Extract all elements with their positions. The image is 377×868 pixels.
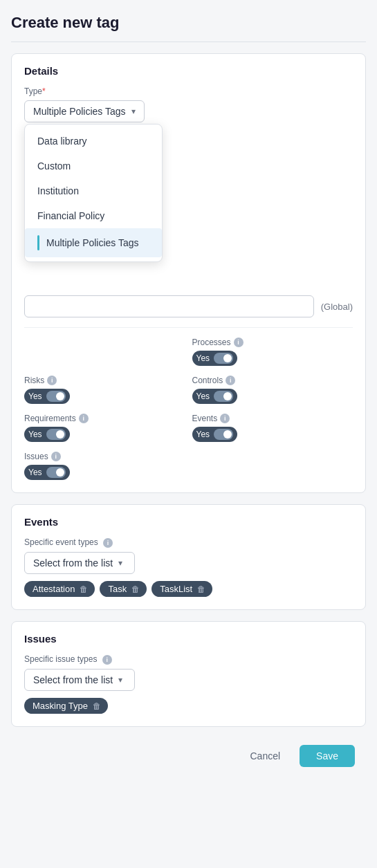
dropdown-item-data-library[interactable]: Data library [25, 129, 162, 154]
tag-chip-attestation: Attestation 🗑 [24, 581, 95, 597]
chevron-down-icon: ▾ [131, 107, 136, 116]
event-types-select-button[interactable]: Select from the list ▾ [24, 552, 135, 574]
event-tags-area: Attestation 🗑 Task 🗑 TaskList 🗑 [24, 581, 353, 597]
events-info-icon[interactable]: i [220, 414, 230, 423]
controls-toggle-switch[interactable] [214, 391, 233, 402]
tag-chip-masking-type: Masking Type 🗑 [24, 698, 108, 714]
risks-toggle-group[interactable]: Yes [24, 389, 70, 404]
toggles-grid: Processes i Yes Risks i Yes [24, 338, 353, 480]
details-card: Details Type* Multiple Policies Tags ▾ D… [11, 53, 366, 493]
issue-types-select-button[interactable]: Select from the list ▾ [24, 669, 135, 691]
dropdown-item-financial-policy[interactable]: Financial Policy [25, 203, 162, 228]
issues-card-title: Issues [24, 633, 353, 645]
processes-toggle-switch[interactable] [214, 353, 233, 364]
task-delete-icon[interactable]: 🗑 [131, 584, 140, 594]
events-card: Events Specific event types i Select fro… [11, 504, 366, 610]
events-card-title: Events [24, 516, 353, 528]
risks-info-icon[interactable]: i [47, 376, 57, 385]
issue-types-select-placeholder: Select from the list [33, 674, 113, 685]
tasklist-delete-icon[interactable]: 🗑 [197, 584, 205, 594]
event-types-chevron-icon: ▾ [118, 558, 122, 568]
event-types-select-wrapper: Select from the list ▾ [24, 552, 135, 574]
issues-toggle-switch[interactable] [46, 467, 66, 478]
name-input[interactable] [24, 295, 314, 317]
controls-info-icon[interactable]: i [226, 376, 235, 385]
footer-bar: Cancel Save [11, 738, 366, 774]
specific-event-types-info-icon[interactable]: i [103, 538, 113, 548]
dropdown-item-custom[interactable]: Custom [25, 154, 162, 178]
masking-type-delete-icon[interactable]: 🗑 [93, 701, 101, 711]
type-select-button[interactable]: Multiple Policies Tags ▾ [24, 100, 145, 122]
risks-toggle-switch[interactable] [46, 391, 66, 402]
toggle-controls: Controls i Yes [192, 376, 353, 404]
requirements-toggle-switch[interactable] [46, 429, 66, 440]
processes-toggle-group[interactable]: Yes [192, 351, 238, 366]
issues-toggle-group[interactable]: Yes [24, 465, 70, 480]
issues-info-icon[interactable]: i [51, 452, 61, 461]
issues-card: Issues Specific issue types i Select fro… [11, 621, 366, 727]
tag-chip-tasklist: TaskList 🗑 [151, 581, 212, 597]
active-bar-icon [37, 235, 39, 250]
type-dropdown-menu: Data library Custom Institution Financia… [24, 124, 163, 262]
page-title: Create new tag [11, 14, 366, 32]
processes-info-icon[interactable]: i [234, 338, 243, 347]
tag-chip-task: Task 🗑 [100, 581, 147, 597]
type-select-wrapper: Multiple Policies Tags ▾ Data library Cu… [24, 100, 145, 122]
controls-toggle-group[interactable]: Yes [192, 389, 238, 404]
title-divider [11, 41, 366, 42]
attestation-delete-icon[interactable]: 🗑 [80, 584, 88, 594]
type-label: Type* [24, 86, 353, 96]
toggles-divider [24, 327, 353, 328]
toggle-processes: Processes i Yes [192, 338, 353, 366]
dropdown-item-institution[interactable]: Institution [25, 178, 162, 203]
type-select-value: Multiple Policies Tags [33, 106, 126, 117]
requirements-toggle-group[interactable]: Yes [24, 427, 70, 442]
events-toggle-switch[interactable] [214, 429, 233, 440]
event-types-select-placeholder: Select from the list [33, 557, 113, 569]
specific-event-types-label: Specific event types i [24, 537, 353, 548]
toggle-requirements: Requirements i Yes [24, 414, 185, 442]
issue-tags-area: Masking Type 🗑 [24, 698, 353, 714]
specific-issue-types-label: Specific issue types i [24, 654, 353, 665]
issue-types-chevron-icon: ▾ [118, 675, 122, 685]
toggles-left-col-1 [24, 338, 185, 366]
toggle-issues: Issues i Yes [24, 452, 185, 480]
cancel-button[interactable]: Cancel [239, 745, 291, 767]
dropdown-item-multiple-policies-tags[interactable]: Multiple Policies Tags [25, 228, 162, 257]
requirements-info-icon[interactable]: i [79, 414, 89, 423]
issue-types-select-wrapper: Select from the list ▾ [24, 669, 135, 691]
events-toggle-group[interactable]: Yes [192, 427, 238, 442]
toggle-events: Events i Yes [192, 414, 353, 442]
specific-issue-types-info-icon[interactable]: i [102, 655, 112, 665]
save-button[interactable]: Save [300, 745, 355, 767]
details-card-title: Details [24, 65, 353, 77]
scope-label: (Global) [321, 302, 353, 312]
toggle-risks: Risks i Yes [24, 376, 185, 404]
